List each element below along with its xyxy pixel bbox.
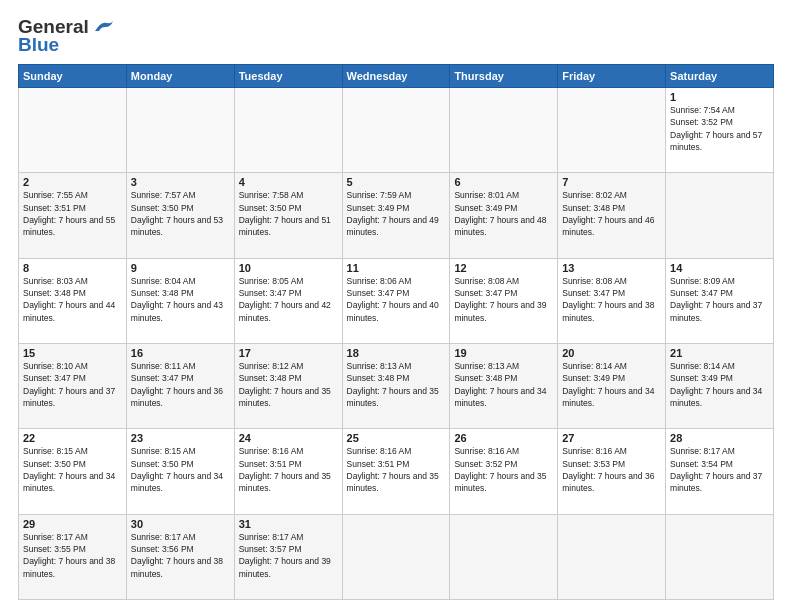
day-info: Sunrise: 8:14 AMSunset: 3:49 PMDaylight:… bbox=[670, 360, 769, 409]
day-info: Sunrise: 8:05 AMSunset: 3:47 PMDaylight:… bbox=[239, 275, 338, 324]
day-number: 28 bbox=[670, 432, 769, 444]
day-number: 25 bbox=[347, 432, 446, 444]
logo-bird-icon bbox=[93, 19, 115, 35]
col-header-monday: Monday bbox=[126, 65, 234, 88]
day-number: 14 bbox=[670, 262, 769, 274]
day-number: 7 bbox=[562, 176, 661, 188]
day-cell-15: 15Sunrise: 8:10 AMSunset: 3:47 PMDayligh… bbox=[19, 343, 127, 428]
day-cell-25: 25Sunrise: 8:16 AMSunset: 3:51 PMDayligh… bbox=[342, 429, 450, 514]
col-header-wednesday: Wednesday bbox=[342, 65, 450, 88]
day-cell-22: 22Sunrise: 8:15 AMSunset: 3:50 PMDayligh… bbox=[19, 429, 127, 514]
day-number: 4 bbox=[239, 176, 338, 188]
week-row-6: 29Sunrise: 8:17 AMSunset: 3:55 PMDayligh… bbox=[19, 514, 774, 599]
empty-cell bbox=[19, 88, 127, 173]
day-cell-28: 28Sunrise: 8:17 AMSunset: 3:54 PMDayligh… bbox=[666, 429, 774, 514]
day-number: 8 bbox=[23, 262, 122, 274]
week-row-5: 22Sunrise: 8:15 AMSunset: 3:50 PMDayligh… bbox=[19, 429, 774, 514]
day-cell-19: 19Sunrise: 8:13 AMSunset: 3:48 PMDayligh… bbox=[450, 343, 558, 428]
day-number: 1 bbox=[670, 91, 769, 103]
day-number: 22 bbox=[23, 432, 122, 444]
day-cell-7: 7Sunrise: 8:02 AMSunset: 3:48 PMDaylight… bbox=[558, 173, 666, 258]
day-info: Sunrise: 7:54 AMSunset: 3:52 PMDaylight:… bbox=[670, 104, 769, 153]
day-cell-27: 27Sunrise: 8:16 AMSunset: 3:53 PMDayligh… bbox=[558, 429, 666, 514]
day-cell-16: 16Sunrise: 8:11 AMSunset: 3:47 PMDayligh… bbox=[126, 343, 234, 428]
day-cell-5: 5Sunrise: 7:59 AMSunset: 3:49 PMDaylight… bbox=[342, 173, 450, 258]
day-cell-24: 24Sunrise: 8:16 AMSunset: 3:51 PMDayligh… bbox=[234, 429, 342, 514]
day-cell-18: 18Sunrise: 8:13 AMSunset: 3:48 PMDayligh… bbox=[342, 343, 450, 428]
day-info: Sunrise: 8:13 AMSunset: 3:48 PMDaylight:… bbox=[454, 360, 553, 409]
day-cell-26: 26Sunrise: 8:16 AMSunset: 3:52 PMDayligh… bbox=[450, 429, 558, 514]
col-header-sunday: Sunday bbox=[19, 65, 127, 88]
day-cell-12: 12Sunrise: 8:08 AMSunset: 3:47 PMDayligh… bbox=[450, 258, 558, 343]
day-info: Sunrise: 8:16 AMSunset: 3:53 PMDaylight:… bbox=[562, 445, 661, 494]
day-number: 24 bbox=[239, 432, 338, 444]
day-info: Sunrise: 8:17 AMSunset: 3:56 PMDaylight:… bbox=[131, 531, 230, 580]
logo-blue: Blue bbox=[18, 34, 59, 56]
day-cell-8: 8Sunrise: 8:03 AMSunset: 3:48 PMDaylight… bbox=[19, 258, 127, 343]
day-number: 16 bbox=[131, 347, 230, 359]
day-number: 13 bbox=[562, 262, 661, 274]
day-number: 20 bbox=[562, 347, 661, 359]
page: General Blue SundayMondayTuesdayWednesda… bbox=[0, 0, 792, 612]
day-number: 27 bbox=[562, 432, 661, 444]
day-info: Sunrise: 8:09 AMSunset: 3:47 PMDaylight:… bbox=[670, 275, 769, 324]
empty-cell bbox=[342, 88, 450, 173]
day-info: Sunrise: 8:01 AMSunset: 3:49 PMDaylight:… bbox=[454, 189, 553, 238]
day-number: 6 bbox=[454, 176, 553, 188]
day-cell-11: 11Sunrise: 8:06 AMSunset: 3:47 PMDayligh… bbox=[342, 258, 450, 343]
day-number: 19 bbox=[454, 347, 553, 359]
day-number: 9 bbox=[131, 262, 230, 274]
day-cell-17: 17Sunrise: 8:12 AMSunset: 3:48 PMDayligh… bbox=[234, 343, 342, 428]
calendar-table: SundayMondayTuesdayWednesdayThursdayFrid… bbox=[18, 64, 774, 600]
header: General Blue bbox=[18, 16, 774, 56]
empty-cell bbox=[558, 514, 666, 599]
day-info: Sunrise: 8:16 AMSunset: 3:52 PMDaylight:… bbox=[454, 445, 553, 494]
day-cell-13: 13Sunrise: 8:08 AMSunset: 3:47 PMDayligh… bbox=[558, 258, 666, 343]
day-cell-9: 9Sunrise: 8:04 AMSunset: 3:48 PMDaylight… bbox=[126, 258, 234, 343]
day-info: Sunrise: 8:11 AMSunset: 3:47 PMDaylight:… bbox=[131, 360, 230, 409]
empty-cell bbox=[450, 88, 558, 173]
day-info: Sunrise: 8:08 AMSunset: 3:47 PMDaylight:… bbox=[562, 275, 661, 324]
day-info: Sunrise: 8:15 AMSunset: 3:50 PMDaylight:… bbox=[23, 445, 122, 494]
week-row-3: 8Sunrise: 8:03 AMSunset: 3:48 PMDaylight… bbox=[19, 258, 774, 343]
empty-cell bbox=[666, 514, 774, 599]
week-row-2: 2Sunrise: 7:55 AMSunset: 3:51 PMDaylight… bbox=[19, 173, 774, 258]
week-row-1: 1Sunrise: 7:54 AMSunset: 3:52 PMDaylight… bbox=[19, 88, 774, 173]
day-number: 10 bbox=[239, 262, 338, 274]
empty-cell bbox=[234, 88, 342, 173]
week-row-4: 15Sunrise: 8:10 AMSunset: 3:47 PMDayligh… bbox=[19, 343, 774, 428]
day-info: Sunrise: 7:57 AMSunset: 3:50 PMDaylight:… bbox=[131, 189, 230, 238]
day-info: Sunrise: 8:08 AMSunset: 3:47 PMDaylight:… bbox=[454, 275, 553, 324]
day-number: 18 bbox=[347, 347, 446, 359]
day-info: Sunrise: 7:55 AMSunset: 3:51 PMDaylight:… bbox=[23, 189, 122, 238]
day-number: 5 bbox=[347, 176, 446, 188]
day-info: Sunrise: 8:14 AMSunset: 3:49 PMDaylight:… bbox=[562, 360, 661, 409]
day-cell-23: 23Sunrise: 8:15 AMSunset: 3:50 PMDayligh… bbox=[126, 429, 234, 514]
day-number: 29 bbox=[23, 518, 122, 530]
empty-cell bbox=[342, 514, 450, 599]
day-cell-31: 31Sunrise: 8:17 AMSunset: 3:57 PMDayligh… bbox=[234, 514, 342, 599]
day-info: Sunrise: 7:58 AMSunset: 3:50 PMDaylight:… bbox=[239, 189, 338, 238]
day-info: Sunrise: 8:03 AMSunset: 3:48 PMDaylight:… bbox=[23, 275, 122, 324]
header-row: SundayMondayTuesdayWednesdayThursdayFrid… bbox=[19, 65, 774, 88]
empty-cell bbox=[126, 88, 234, 173]
empty-cell bbox=[666, 173, 774, 258]
day-number: 30 bbox=[131, 518, 230, 530]
day-cell-21: 21Sunrise: 8:14 AMSunset: 3:49 PMDayligh… bbox=[666, 343, 774, 428]
day-cell-29: 29Sunrise: 8:17 AMSunset: 3:55 PMDayligh… bbox=[19, 514, 127, 599]
day-number: 11 bbox=[347, 262, 446, 274]
logo: General Blue bbox=[18, 16, 115, 56]
day-info: Sunrise: 8:04 AMSunset: 3:48 PMDaylight:… bbox=[131, 275, 230, 324]
day-cell-10: 10Sunrise: 8:05 AMSunset: 3:47 PMDayligh… bbox=[234, 258, 342, 343]
day-number: 3 bbox=[131, 176, 230, 188]
col-header-friday: Friday bbox=[558, 65, 666, 88]
day-number: 31 bbox=[239, 518, 338, 530]
day-info: Sunrise: 8:13 AMSunset: 3:48 PMDaylight:… bbox=[347, 360, 446, 409]
empty-cell bbox=[558, 88, 666, 173]
col-header-saturday: Saturday bbox=[666, 65, 774, 88]
day-info: Sunrise: 8:17 AMSunset: 3:54 PMDaylight:… bbox=[670, 445, 769, 494]
day-info: Sunrise: 8:02 AMSunset: 3:48 PMDaylight:… bbox=[562, 189, 661, 238]
day-number: 23 bbox=[131, 432, 230, 444]
day-cell-6: 6Sunrise: 8:01 AMSunset: 3:49 PMDaylight… bbox=[450, 173, 558, 258]
day-cell-1: 1Sunrise: 7:54 AMSunset: 3:52 PMDaylight… bbox=[666, 88, 774, 173]
